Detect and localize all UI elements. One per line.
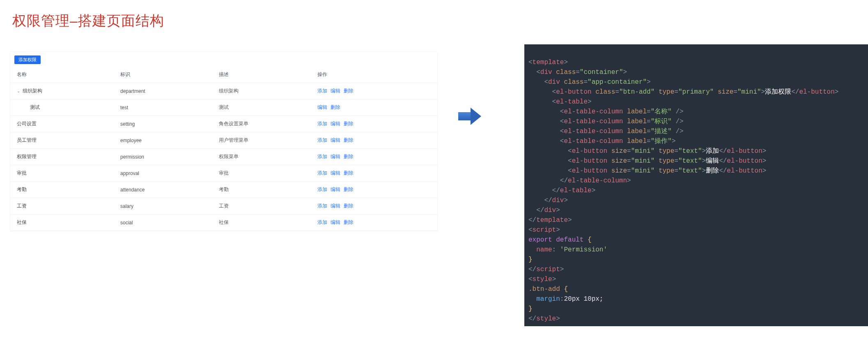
- cell-desc: 权限菜单: [216, 149, 314, 165]
- cell-desc: 考勤: [216, 182, 314, 198]
- add-link[interactable]: 添加: [317, 121, 327, 127]
- arrow-icon: [458, 108, 481, 125]
- cell-ops: 添加编辑删除: [314, 165, 437, 182]
- add-link[interactable]: 添加: [317, 88, 327, 94]
- edit-link[interactable]: 编辑: [331, 203, 340, 209]
- cell-desc: 用户管理菜单: [216, 132, 314, 149]
- add-link[interactable]: 添加: [317, 170, 327, 176]
- del-link[interactable]: 删除: [344, 88, 354, 94]
- cell-name: 工资: [10, 198, 117, 214]
- cell-desc: 工资: [216, 198, 314, 214]
- col-header-identifier: 标识: [117, 67, 216, 83]
- add-link[interactable]: 添加: [317, 219, 327, 225]
- cell-name: 测试: [10, 99, 117, 116]
- cell-identifier: permission: [117, 149, 216, 165]
- col-header-desc: 描述: [216, 67, 314, 83]
- cell-ops: 添加编辑删除: [314, 149, 437, 165]
- cell-ops: 添加编辑删除: [314, 116, 437, 132]
- expand-icon[interactable]: ⌄: [17, 89, 21, 93]
- table-row: 公司设置setting角色设置菜单添加编辑删除: [10, 116, 437, 132]
- cell-name-text: 测试: [30, 104, 40, 110]
- toolbar: 添加权限: [10, 52, 437, 67]
- cell-desc: 角色设置菜单: [216, 116, 314, 132]
- table-row: 审批approval审批添加编辑删除: [10, 165, 437, 182]
- table-row: 权限管理permission权限菜单添加编辑删除: [10, 149, 437, 165]
- cell-ops: 编辑删除: [314, 99, 437, 116]
- cell-name: ⌄组织架构: [10, 83, 117, 99]
- cell-ops: 添加编辑删除: [314, 214, 437, 231]
- del-link[interactable]: 删除: [344, 154, 354, 159]
- edit-link[interactable]: 编辑: [331, 219, 340, 225]
- table-row: 测试test测试编辑删除: [10, 99, 437, 116]
- add-link[interactable]: 添加: [317, 187, 327, 192]
- add-permission-button[interactable]: 添加权限: [14, 55, 41, 64]
- code-editor: <template> <div class="container"> <div …: [524, 44, 868, 326]
- cell-name-text: 公司设置: [17, 121, 37, 127]
- cell-identifier: setting: [117, 116, 216, 132]
- cell-name-text: 社保: [17, 219, 27, 225]
- cell-name-text: 权限管理: [17, 154, 37, 159]
- col-header-name: 名称: [10, 67, 117, 83]
- cell-ops: 添加编辑删除: [314, 83, 437, 99]
- cell-desc: 组织架构: [216, 83, 314, 99]
- cell-name: 考勤: [10, 182, 117, 198]
- cell-ops: 添加编辑删除: [314, 198, 437, 214]
- cell-identifier: department: [117, 83, 216, 99]
- del-link[interactable]: 删除: [344, 187, 354, 192]
- table-row: 工资salary工资添加编辑删除: [10, 198, 437, 214]
- cell-name: 权限管理: [10, 149, 117, 165]
- edit-link[interactable]: 编辑: [331, 121, 340, 127]
- cell-identifier: employee: [117, 132, 216, 149]
- edit-link[interactable]: 编辑: [331, 137, 340, 143]
- cell-identifier: approval: [117, 165, 216, 182]
- permission-table-panel: 添加权限 名称 标识 描述 操作 ⌄组织架构department组织架构添加编辑…: [10, 52, 437, 231]
- cell-name: 审批: [10, 165, 117, 182]
- add-link[interactable]: 添加: [317, 203, 327, 209]
- del-link[interactable]: 删除: [331, 104, 340, 110]
- cell-ops: 添加编辑删除: [314, 132, 437, 149]
- del-link[interactable]: 删除: [344, 170, 354, 176]
- table-row: 社保social社保添加编辑删除: [10, 214, 437, 231]
- cell-identifier: social: [117, 214, 216, 231]
- table-row: 考勤attendance考勤添加编辑删除: [10, 182, 437, 198]
- col-header-op: 操作: [314, 67, 437, 83]
- add-link[interactable]: 添加: [317, 154, 327, 159]
- add-link[interactable]: 添加: [317, 137, 327, 143]
- del-link[interactable]: 删除: [344, 137, 354, 143]
- table-row: 员工管理employee用户管理菜单添加编辑删除: [10, 132, 437, 149]
- cell-desc: 测试: [216, 99, 314, 116]
- cell-identifier: salary: [117, 198, 216, 214]
- edit-link[interactable]: 编辑: [317, 104, 327, 110]
- table-row: ⌄组织架构department组织架构添加编辑删除: [10, 83, 437, 99]
- cell-name: 公司设置: [10, 116, 117, 132]
- del-link[interactable]: 删除: [344, 121, 354, 127]
- cell-identifier: attendance: [117, 182, 216, 198]
- del-link[interactable]: 删除: [344, 219, 354, 225]
- cell-desc: 审批: [216, 165, 314, 182]
- cell-name-text: 工资: [17, 203, 27, 209]
- page-title: 权限管理–搭建页面结构: [12, 12, 164, 30]
- cell-identifier: test: [117, 99, 216, 116]
- edit-link[interactable]: 编辑: [331, 154, 340, 159]
- del-link[interactable]: 删除: [344, 203, 354, 209]
- cell-name-text: 员工管理: [17, 137, 37, 143]
- edit-link[interactable]: 编辑: [331, 88, 340, 94]
- permission-table: 名称 标识 描述 操作 ⌄组织架构department组织架构添加编辑删除测试t…: [10, 67, 437, 231]
- edit-link[interactable]: 编辑: [331, 170, 340, 176]
- edit-link[interactable]: 编辑: [331, 187, 340, 192]
- cell-name: 员工管理: [10, 132, 117, 149]
- cell-name-text: 审批: [17, 170, 27, 176]
- cell-desc: 社保: [216, 214, 314, 231]
- cell-name: 社保: [10, 214, 117, 231]
- cell-ops: 添加编辑删除: [314, 182, 437, 198]
- cell-name-text: 考勤: [17, 187, 27, 192]
- cell-name-text: 组织架构: [23, 88, 42, 94]
